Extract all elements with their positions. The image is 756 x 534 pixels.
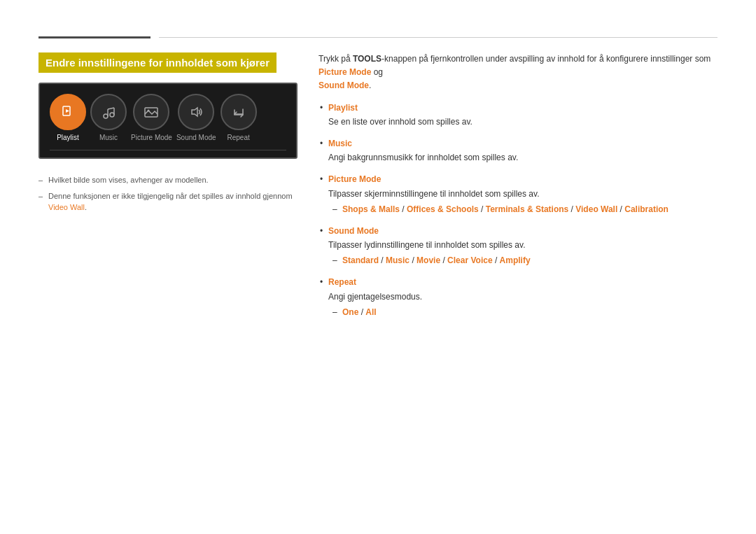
repeat-term: Repeat [328, 277, 356, 287]
section-title: Endre innstillingene for innholdet som k… [38, 52, 276, 73]
sound-mode-sub-list: Standard / Music / Movie / Clear Voice /… [328, 254, 718, 267]
picture-mode-icon [142, 103, 160, 121]
intro-text-1: Trykk på [318, 54, 353, 64]
right-column: Trykk på TOOLS-knappen på fjernkontrolle… [318, 52, 718, 328]
music-icon [99, 103, 118, 121]
slash5: / [379, 255, 386, 265]
standard: Standard [342, 255, 379, 265]
music-desc: Angi bakgrunnsmusikk for innholdet som s… [328, 151, 718, 164]
repeat-icon-item[interactable]: Repeat [220, 94, 257, 141]
slash4: / [617, 204, 624, 214]
top-rules [38, 36, 718, 38]
slash6: / [410, 255, 416, 265]
all: All [365, 307, 376, 317]
repeat-icon [230, 103, 248, 121]
sound-mode-sub-item: Standard / Music / Movie / Clear Voice /… [328, 254, 718, 267]
sound-mode-desc: Tilpasser lydinnstillingene til innholde… [328, 239, 718, 252]
player-box: Playlist Music [38, 83, 298, 159]
svg-point-3 [110, 113, 114, 117]
sound-mode-label: Sound Mode [176, 134, 216, 141]
player-icons: Playlist Music [50, 94, 286, 141]
playlist-icon-circle [50, 94, 86, 130]
intro-text-2: -knappen på fjernkontrollen under avspil… [382, 54, 710, 64]
svg-point-8 [148, 110, 150, 112]
calibration: Calibration [624, 204, 668, 214]
note-2: Denne funksjonen er ikke tilgjengelig nå… [38, 190, 304, 213]
picture-mode-icon-circle [133, 94, 169, 130]
svg-point-2 [104, 114, 108, 118]
content-list: Playlist Se en liste over innhold som sp… [318, 101, 718, 319]
video-wall: Video Wall [575, 204, 617, 214]
slash2: / [479, 204, 486, 214]
picture-mode-label: Picture Mode [131, 134, 172, 141]
music-icon-item[interactable]: Music [90, 94, 127, 141]
playlist-icon-item[interactable]: Playlist [50, 94, 86, 141]
sound-mode-icon [187, 103, 205, 121]
one: One [342, 307, 358, 317]
notes: Hvilket bilde som vises, avhenger av mod… [38, 174, 304, 213]
list-item-music: Music Angi bakgrunnsmusikk for innholdet… [318, 137, 718, 164]
player-divider [50, 150, 286, 150]
repeat-label: Repeat [227, 134, 250, 141]
slash9: / [358, 307, 365, 317]
svg-marker-9 [192, 108, 197, 116]
music-term: Music [328, 139, 352, 148]
slash7: / [440, 255, 447, 265]
note-1: Hvilket bilde som vises, avhenger av mod… [38, 174, 304, 186]
music-label: Music [99, 134, 118, 141]
sound-mode-term: Sound Mode [328, 226, 379, 236]
terminals-stations: Terminals & Stations [486, 204, 568, 214]
sound-mode-link: Sound Mode [318, 80, 369, 90]
intro-dot: . [369, 80, 371, 90]
page-container: Endre innstillingene for innholdet som k… [0, 0, 756, 534]
slash3: / [568, 204, 575, 214]
slash1: / [400, 204, 407, 214]
music-option: Music [386, 255, 410, 265]
section-title-text: Endre innstillingene for innholdet som k… [46, 57, 270, 69]
shops-malls: Shops & Malls [342, 204, 400, 214]
note-1-text: Hvilket bilde som vises, avhenger av mod… [48, 176, 209, 184]
note-2-after: . [85, 203, 87, 211]
clear-voice: Clear Voice [447, 255, 492, 265]
repeat-sub-list: One / All [328, 306, 718, 319]
playlist-desc: Se en liste over innhold som spilles av. [328, 115, 718, 129]
slash8: / [493, 255, 500, 265]
repeat-icon-circle [220, 94, 257, 130]
list-item-repeat: Repeat Angi gjentagelsesmodus. One / All [318, 276, 718, 319]
sound-mode-icon-item[interactable]: Sound Mode [176, 94, 216, 141]
picture-mode-desc: Tilpasser skjerminnstillingene til innho… [328, 188, 718, 201]
picture-mode-icon-item[interactable]: Picture Mode [131, 94, 172, 141]
sound-mode-icon-circle [178, 94, 214, 130]
svg-line-5 [108, 108, 114, 109]
note-2-link: Video Wall [48, 203, 85, 211]
note-2-text: Denne funksjonen er ikke tilgjengelig nå… [48, 192, 293, 200]
picture-mode-sub-list: Shops & Malls / Offices & Schools / Term… [328, 203, 718, 216]
playlist-label: Playlist [57, 134, 79, 141]
list-item-playlist: Playlist Se en liste over innhold som sp… [318, 101, 718, 129]
picture-mode-link: Picture Mode [318, 67, 371, 77]
left-column: Endre innstillingene for innholdet som k… [38, 52, 304, 218]
repeat-sub-item: One / All [328, 306, 718, 319]
tools-bold: TOOLS [353, 54, 382, 64]
offices-schools: Offices & Schools [407, 204, 479, 214]
picture-mode-sub-item: Shops & Malls / Offices & Schools / Term… [328, 203, 718, 216]
amplify: Amplify [500, 255, 531, 265]
intro-paragraph: Trykk på TOOLS-knappen på fjernkontrolle… [318, 52, 718, 93]
rule-long [159, 37, 718, 38]
movie: Movie [416, 255, 440, 265]
intro-and: og [371, 67, 383, 77]
playlist-term: Playlist [328, 103, 358, 113]
music-icon-circle [90, 94, 127, 130]
rule-short [38, 36, 150, 38]
picture-mode-term: Picture Mode [328, 174, 381, 184]
svg-marker-1 [66, 109, 69, 113]
list-item-sound-mode: Sound Mode Tilpasser lydinnstillingene t… [318, 225, 718, 268]
repeat-desc: Angi gjentagelsesmodus. [328, 290, 718, 304]
playlist-icon [59, 103, 77, 121]
list-item-picture-mode: Picture Mode Tilpasser skjerminnstilling… [318, 173, 718, 216]
